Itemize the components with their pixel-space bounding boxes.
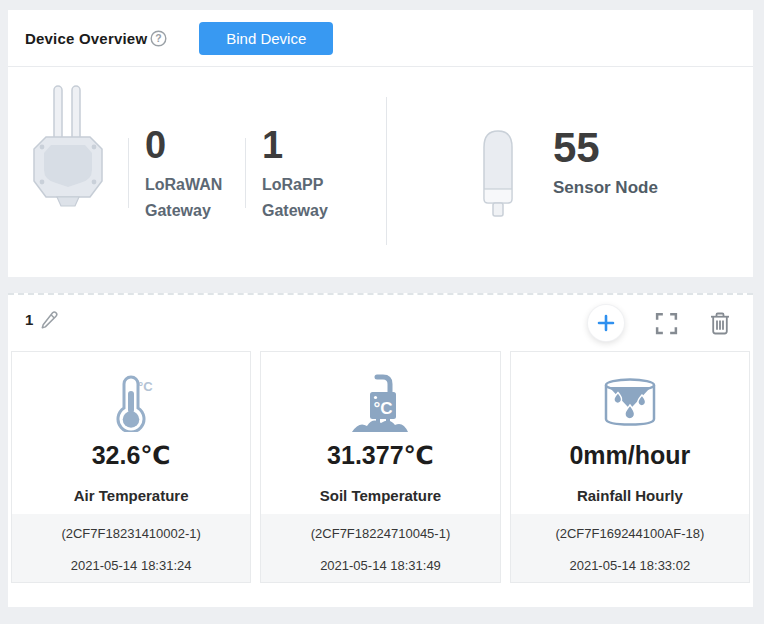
sensor-cards: °C 32.6℃ Air Temperature (2CF7F182314100… [8, 351, 753, 583]
group-number: 1 [25, 311, 33, 328]
svg-text:°C: °C [138, 379, 153, 394]
sensor-name: Air Temperature [12, 487, 250, 504]
lorapp-gateway-stat: 1 LoRaPP Gateway [262, 123, 328, 224]
sensor-card-air-temperature: °C 32.6℃ Air Temperature (2CF7F182314100… [11, 351, 251, 583]
overview-panel: Device Overview ? Bind Device [8, 10, 753, 277]
section-divider [386, 97, 387, 245]
air-temperature-icon: °C [12, 373, 250, 433]
sensor-value: 31.377℃ [261, 441, 499, 470]
sensor-value: 0mm/hour [511, 441, 749, 470]
sensor-card-rainfall: 0mm/hour Rainfall Hourly (2CF7F169244100… [510, 351, 750, 583]
overview-stats: 0 LoRaWAN Gateway 1 LoRaPP Gateway [8, 67, 753, 276]
sensor-card-footer: (2CF7F18224710045-1) 2021-05-14 18:31:49 [261, 514, 499, 582]
add-sensor-button[interactable] [588, 305, 624, 341]
help-glyph: ? [156, 32, 162, 44]
sensor-node-label: Sensor Node [553, 178, 658, 198]
overview-header: Device Overview ? Bind Device [8, 10, 753, 67]
fullscreen-button[interactable] [654, 311, 679, 336]
sensor-serial: (2CF7F169244100AF-18) [511, 526, 749, 541]
sensor-card-footer: (2CF7F18231410002-1) 2021-05-14 18:31:24 [12, 514, 250, 582]
sensor-card-footer: (2CF7F169244100AF-18) 2021-05-14 18:33:0… [511, 514, 749, 582]
expand-icon [654, 311, 679, 336]
rainfall-icon [511, 373, 749, 433]
sensor-node-icon [480, 129, 516, 219]
lorapp-gateway-label: LoRaPP Gateway [262, 172, 328, 224]
sensor-node-count: 55 [553, 125, 658, 171]
stat-divider [128, 138, 129, 208]
pencil-icon [39, 309, 59, 329]
trash-icon [709, 311, 731, 336]
sensor-name: Rainfall Hourly [511, 487, 749, 504]
sensor-card-soil-temperature: °C 31.377℃ Soil Temperature (2CF7F182247… [260, 351, 500, 583]
device-dashboard: { "header": { "title": "Device Overview"… [0, 0, 764, 624]
sensor-group-panel: 1 [8, 293, 753, 607]
edit-group-button[interactable] [39, 309, 59, 329]
group-toolbar: 1 [8, 295, 753, 351]
sensor-timestamp: 2021-05-14 18:31:49 [261, 558, 499, 573]
lorawan-gateway-label: LoRaWAN Gateway [145, 172, 222, 224]
sensor-node-stat: 55 Sensor Node [553, 125, 658, 198]
stat-divider [245, 138, 246, 208]
lorawan-gateway-stat: 0 LoRaWAN Gateway [145, 123, 222, 224]
group-label: 1 [25, 309, 59, 329]
toolbar-actions [588, 305, 731, 341]
gateway-icon [30, 85, 106, 209]
lorapp-gateway-count: 1 [262, 123, 328, 167]
sensor-value: 32.6℃ [12, 441, 250, 470]
lorawan-gateway-count: 0 [145, 123, 222, 167]
sensor-timestamp: 2021-05-14 18:31:24 [12, 558, 250, 573]
delete-group-button[interactable] [709, 311, 731, 336]
sensor-name: Soil Temperature [261, 487, 499, 504]
sensor-serial: (2CF7F18224710045-1) [261, 526, 499, 541]
soil-temperature-icon: °C [261, 373, 499, 433]
help-icon[interactable]: ? [150, 30, 167, 47]
plus-icon [597, 314, 615, 332]
page-title: Device Overview [25, 30, 147, 47]
svg-text:°C: °C [374, 399, 393, 418]
bind-device-button[interactable]: Bind Device [199, 22, 333, 55]
sensor-timestamp: 2021-05-14 18:33:02 [511, 558, 749, 573]
sensor-serial: (2CF7F18231410002-1) [12, 526, 250, 541]
